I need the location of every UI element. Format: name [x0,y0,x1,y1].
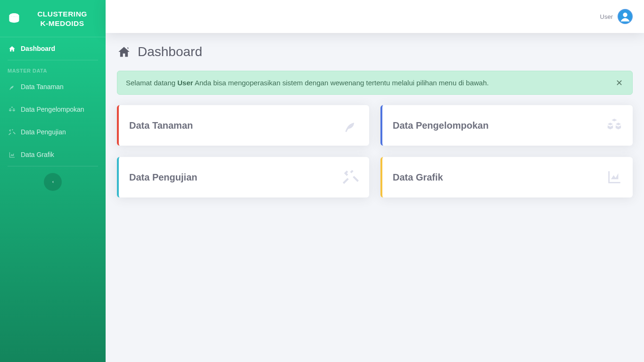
card-title: Data Pengelompokan [393,120,488,131]
sidebar-collapse-wrap [0,166,106,202]
card-data-pengelompokan[interactable]: Data Pengelompokan [380,105,633,146]
sidebar-item-data-pengujian[interactable]: Data Pengujian [0,121,106,143]
card-title: Data Tanaman [129,120,193,131]
close-icon: ✕ [616,78,623,88]
alert-prefix: Selamat datang [126,79,177,87]
sidebar-collapse-button[interactable] [44,173,62,191]
user-label: User [600,13,613,20]
chart-area-icon [8,151,16,158]
leaf-icon [343,117,359,133]
content-area: Dashboard Selamat datang User Anda bisa … [106,33,644,362]
sidebar-item-data-pengelompokan[interactable]: Data Pengelompokan [0,98,106,121]
welcome-alert: Selamat datang User Anda bisa mengoperas… [117,71,633,95]
leaf-icon [8,83,16,90]
topbar: User [106,0,644,33]
brand-line2: K-MEDOIDS [40,19,84,27]
card-title: Data Pengujian [129,172,197,183]
brand[interactable]: CLUSTERING K-MEDOIDS [0,0,106,37]
card-title: Data Grafik [393,172,443,183]
main-column: User Dashboard Selamat datang User Anda … [106,0,644,362]
cubes-icon [606,117,622,133]
card-grid: Data Tanaman Data Pengelompokan Data Pen… [117,105,633,197]
sidebar-item-label: Data Pengelompokan [21,106,84,113]
home-icon [117,45,131,58]
alert-suffix: Anda bisa mengoperasikan sistem dengan w… [193,79,489,87]
database-icon [8,12,21,25]
sidebar-item-data-grafik[interactable]: Data Grafik [0,143,106,166]
chart-area-icon [606,169,622,185]
user-menu[interactable]: User [600,9,633,24]
sidebar-item-label: Dashboard [21,45,55,52]
sidebar: CLUSTERING K-MEDOIDS Dashboard MASTER DA… [0,0,106,362]
brand-line1: CLUSTERING [37,10,87,18]
alert-bold: User [177,79,193,87]
svg-point-3 [623,13,627,17]
sidebar-item-label: Data Grafik [21,151,54,158]
card-data-pengujian[interactable]: Data Pengujian [117,157,369,197]
home-icon [8,45,16,52]
sidebar-item-label: Data Tanaman [21,83,64,90]
sidebar-item-label: Data Pengujian [21,128,66,136]
cubes-icon [8,106,16,113]
brand-text: CLUSTERING K-MEDOIDS [26,9,98,28]
app-root: CLUSTERING K-MEDOIDS Dashboard MASTER DA… [0,0,644,362]
svg-point-1 [10,13,19,16]
sidebar-item-dashboard[interactable]: Dashboard [0,37,106,60]
alert-close-button[interactable]: ✕ [611,75,627,91]
sidebar-nav: Dashboard MASTER DATA Data Tanaman Data … [0,37,106,207]
card-data-grafik[interactable]: Data Grafik [380,157,633,197]
sidebar-item-data-tanaman[interactable]: Data Tanaman [0,75,106,98]
page-title: Dashboard [138,44,202,59]
sidebar-section-heading: MASTER DATA [0,60,106,75]
card-data-tanaman[interactable]: Data Tanaman [117,105,369,146]
page-title-row: Dashboard [117,44,633,59]
tools-icon [343,169,359,185]
chevron-left-icon [50,179,55,185]
avatar [618,9,633,24]
tools-icon [8,129,16,136]
